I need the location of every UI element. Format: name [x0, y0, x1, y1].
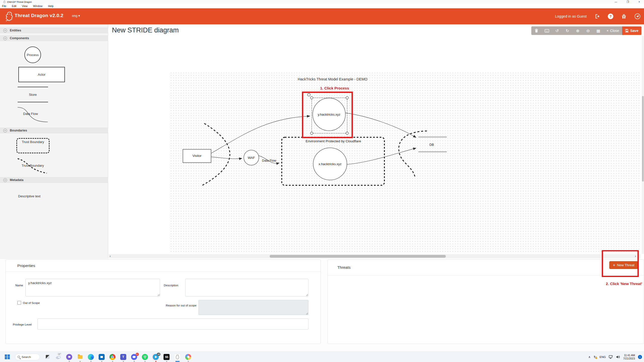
- minimize-icon[interactable]: —: [615, 1, 617, 3]
- flow-visitor-to-process[interactable]: [211, 116, 310, 153]
- flow-process-to-db[interactable]: [345, 113, 416, 138]
- zoom-out-icon[interactable]: ⊖: [583, 26, 593, 35]
- app-file-explorer[interactable]: [77, 354, 83, 360]
- logout-icon[interactable]: [594, 13, 600, 19]
- vertical-scroll-thumb[interactable]: [642, 96, 644, 182]
- flow-xprocess-to-db[interactable]: [347, 148, 416, 164]
- spotify-icon: [142, 354, 148, 360]
- vertical-scrollbar[interactable]: [642, 36, 644, 254]
- node-waf[interactable]: WAF: [244, 150, 259, 165]
- section-components-label: Components: [10, 36, 29, 40]
- keyboard-shortcuts-icon[interactable]: [542, 26, 552, 35]
- restore-icon[interactable]: ❐: [627, 1, 629, 3]
- app-chrome[interactable]: [109, 354, 116, 360]
- trust-boundary-right[interactable]: [399, 131, 427, 177]
- app-threat-dragon[interactable]: [174, 354, 181, 360]
- tray-chevron-up-icon[interactable]: ∧: [588, 355, 591, 359]
- menu-view[interactable]: View: [22, 5, 28, 8]
- app-paint[interactable]: [185, 354, 191, 360]
- paper-plane-icon[interactable]: [634, 13, 640, 19]
- notification-badge[interactable]: 1: [638, 355, 642, 359]
- floppy-icon: [625, 29, 629, 32]
- menu-window[interactable]: Window: [33, 5, 43, 8]
- delete-icon[interactable]: [531, 26, 542, 35]
- taskbar: Search 19°: [0, 351, 644, 362]
- node-process-x[interactable]: x.hacktricks.xyz: [313, 148, 347, 180]
- resize-handle-se[interactable]: [346, 132, 348, 134]
- threats-title: Threats: [337, 265, 351, 270]
- node-visitor[interactable]: Visitor: [183, 149, 211, 163]
- section-metadata-label: Metadata: [10, 178, 23, 182]
- help-icon[interactable]: ?: [608, 14, 613, 19]
- task-view-button[interactable]: [44, 354, 51, 360]
- weather-widget[interactable]: 19°: [55, 354, 62, 360]
- horizontal-scrollbar[interactable]: ‹ ›: [109, 254, 640, 258]
- collapse-icon[interactable]: −: [3, 129, 7, 132]
- resize-handle-sw[interactable]: [310, 132, 313, 134]
- stencil-dataflow[interactable]: Data Flow: [17, 105, 49, 124]
- menu-file[interactable]: File: [2, 5, 6, 8]
- close-icon: ×: [607, 29, 609, 33]
- edge-icon: [88, 354, 94, 360]
- network-icon[interactable]: [609, 355, 613, 359]
- app-ss[interactable]: SS: [163, 354, 170, 360]
- resize-handle-ne[interactable]: [346, 97, 348, 99]
- app-edge[interactable]: [88, 354, 94, 360]
- diagram-canvas[interactable]: New STRIDE diagram HackTricks Threat Mod…: [108, 24, 644, 259]
- dataflow-edge-label[interactable]: Data Flow: [262, 159, 276, 162]
- stencil-descriptive-text[interactable]: Descriptive text: [18, 194, 41, 198]
- horizontal-scroll-thumb[interactable]: [270, 255, 446, 258]
- rotate-handle[interactable]: [308, 94, 310, 96]
- app-meet[interactable]: [66, 354, 72, 360]
- flow-visitor-to-waf[interactable]: [211, 157, 242, 159]
- menu-edit[interactable]: Edit: [12, 5, 16, 8]
- grid-toggle-icon[interactable]: ▦: [593, 26, 603, 35]
- collapse-icon[interactable]: −: [3, 29, 7, 32]
- node-process-y-label: y.hacktricks.xyz: [318, 113, 340, 116]
- collapse-icon[interactable]: −: [3, 178, 7, 182]
- stencil-trust-boundary-curve[interactable]: Trust Boundary: [16, 157, 49, 175]
- section-metadata[interactable]: − Metadata: [0, 177, 108, 183]
- node-db-store[interactable]: DB: [418, 137, 447, 152]
- menu-help[interactable]: Help: [48, 5, 54, 8]
- start-button[interactable]: [4, 354, 11, 360]
- description-field[interactable]: [185, 279, 308, 296]
- save-button[interactable]: Save: [622, 26, 641, 35]
- privilege-level-field[interactable]: [37, 319, 308, 330]
- language-indicator[interactable]: ENG: [599, 355, 606, 358]
- canvas-toolbar: ↺ ↻ ⊕ ⊖ ▦ × Close Save: [531, 26, 641, 35]
- app-telegram[interactable]: .85: [152, 354, 159, 360]
- close-window-icon[interactable]: ×: [638, 1, 640, 3]
- redo-icon[interactable]: ↻: [562, 26, 573, 35]
- section-components[interactable]: − Components: [0, 35, 108, 41]
- stencil-trust-boundary-curve-label: Trust Boundary: [22, 164, 44, 167]
- sync-icon[interactable]: ↻: [594, 355, 597, 359]
- language-dropdown[interactable]: eng ▾: [72, 14, 80, 18]
- taskbar-search[interactable]: Search: [15, 354, 40, 360]
- gift-icon[interactable]: [621, 13, 627, 19]
- resize-handle-nw[interactable]: [310, 97, 313, 99]
- undo-icon[interactable]: ↺: [552, 26, 562, 35]
- node-process-y[interactable]: y.hacktricks.xyz: [313, 98, 345, 131]
- stencil-process[interactable]: Process: [24, 47, 41, 63]
- scroll-left-icon[interactable]: ‹: [110, 254, 111, 258]
- properties-panel: Properties Name y.hacktricks.xyz Descrip…: [6, 259, 321, 344]
- close-diagram-button[interactable]: × Close: [603, 26, 622, 35]
- section-boundaries[interactable]: − Boundaries: [0, 128, 108, 133]
- section-entities[interactable]: − Entities: [0, 28, 108, 33]
- stencil-actor[interactable]: Actor: [18, 67, 65, 82]
- taskbar-clock[interactable]: 11:41 AM 7/21/2023: [623, 354, 635, 360]
- speaker-icon[interactable]: [616, 355, 620, 359]
- zoom-in-icon[interactable]: ⊕: [573, 26, 583, 35]
- node-db-label: DB: [429, 143, 434, 147]
- windows-logo-icon: [5, 354, 10, 359]
- stencil-store[interactable]: Store: [18, 87, 48, 102]
- app-teams[interactable]: T: [120, 354, 127, 360]
- app-store[interactable]: [98, 354, 105, 360]
- name-field[interactable]: y.hacktricks.xyz: [25, 279, 160, 296]
- app-discord[interactable]: 9+: [131, 354, 137, 360]
- out-of-scope-checkbox[interactable]: [17, 301, 21, 305]
- app-spotify[interactable]: [142, 354, 148, 360]
- stencil-trust-boundary-box[interactable]: Trust Boundary: [16, 138, 50, 153]
- collapse-icon[interactable]: −: [3, 36, 7, 40]
